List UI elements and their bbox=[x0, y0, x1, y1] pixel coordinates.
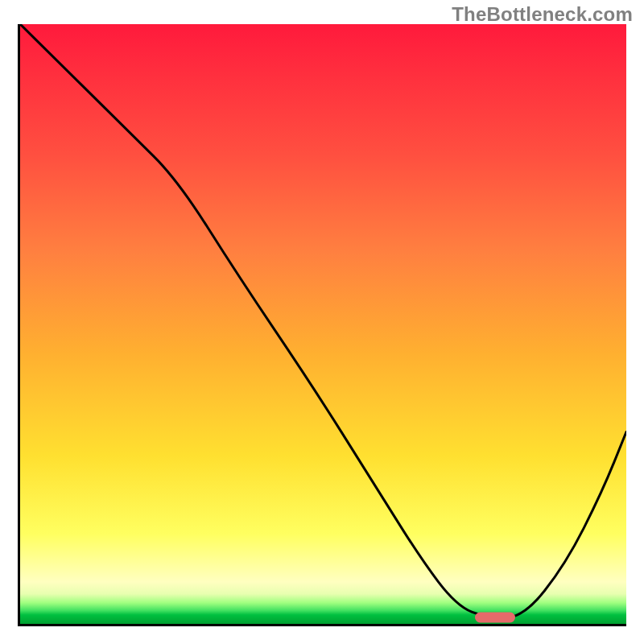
chart-container: TheBottleneck.com bbox=[0, 0, 644, 644]
watermark-text: TheBottleneck.com bbox=[452, 3, 633, 26]
plot-area bbox=[18, 24, 626, 626]
optimal-marker bbox=[475, 612, 515, 622]
bottleneck-curve bbox=[20, 24, 626, 624]
